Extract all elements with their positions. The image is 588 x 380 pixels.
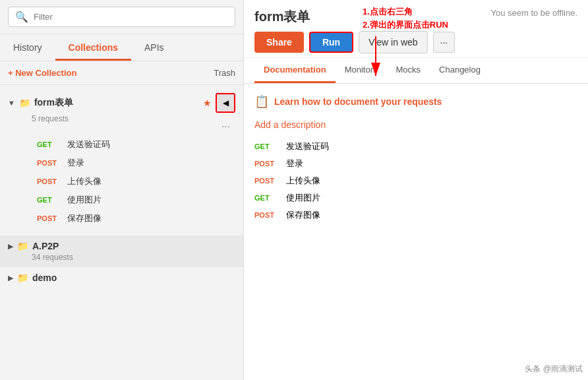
collection-name-demo[interactable]: demo xyxy=(32,272,235,283)
search-input[interactable] xyxy=(34,12,228,22)
request-name[interactable]: 使用图片 xyxy=(67,194,102,206)
request-item[interactable]: POST 上传头像 xyxy=(32,172,235,191)
share-button[interactable]: Share xyxy=(254,32,304,53)
tab-monitors[interactable]: Monitors xyxy=(336,58,387,83)
method-badge-post: POST xyxy=(37,214,61,222)
tab-history[interactable]: History xyxy=(0,34,55,61)
method-badge-post: POST xyxy=(254,177,278,185)
request-name[interactable]: 登录 xyxy=(286,158,303,170)
right-tabs: Documentation Monitors Mocks Changelog xyxy=(244,58,588,84)
annotation-text: 1.点击右三角 2.弹出的界面点击RUN xyxy=(363,5,448,31)
tab-changelog[interactable]: Changelog xyxy=(430,58,490,83)
tab-apis[interactable]: APIs xyxy=(131,34,177,61)
method-badge-post: POST xyxy=(254,211,278,219)
search-bar: 🔍 xyxy=(0,0,243,34)
request-item[interactable]: GET 发送验证码 xyxy=(32,135,235,154)
collection-sub-ap2p: 34 requests xyxy=(32,253,235,262)
request-item[interactable]: GET 使用图片 xyxy=(32,191,235,209)
collection-header-ap2p: ▶ 📁 A.P2P xyxy=(8,241,235,251)
method-badge-get: GET xyxy=(254,194,278,202)
collection-title: form表单 xyxy=(254,8,310,26)
method-badge-post: POST xyxy=(37,177,61,185)
folder-icon-form: 📁 xyxy=(19,98,30,108)
request-name[interactable]: 发送验证码 xyxy=(67,139,110,150)
left-panel: 🔍 History Collections APIs + New Collect… xyxy=(0,0,244,380)
right-header: form表单 1.点击右三角 2.弹出的界面点击RUN You seem to … xyxy=(244,0,588,58)
watermark: 头条 @雨滴测试 xyxy=(525,364,583,375)
collection-header-demo: ▶ 📁 demo xyxy=(8,272,235,283)
requests-list-form: GET 发送验证码 POST 登录 POST 上传头像 GET 使用图片 POS… xyxy=(8,133,235,230)
caret-icon-form[interactable]: ▼ xyxy=(8,99,15,107)
action-buttons: Share Run View in web ··· xyxy=(254,31,577,53)
request-name[interactable]: 登录 xyxy=(67,157,84,169)
right-request-item[interactable]: POST 保存图像 xyxy=(254,209,577,221)
collection-item-form: ▼ 📁 form表单 ★ ◀ 5 requests ··· GET xyxy=(0,88,243,236)
request-item[interactable]: POST 登录 xyxy=(32,154,235,172)
collection-title-row: form表单 1.点击右三角 2.弹出的界面点击RUN You seem to … xyxy=(254,8,577,26)
right-request-item[interactable]: POST 登录 xyxy=(254,158,577,170)
offline-badge: You seem to be offline. xyxy=(490,8,577,18)
request-name[interactable]: 保存图像 xyxy=(286,209,320,221)
actions-row: + New Collection Trash xyxy=(0,61,243,85)
collection-item-demo: ▶ 📁 demo xyxy=(0,267,243,288)
folder-icon-ap2p: 📁 xyxy=(17,241,28,251)
caret-icon-ap2p[interactable]: ▶ xyxy=(8,242,13,251)
method-badge-get: GET xyxy=(254,142,278,150)
view-in-web-button[interactable]: View in web xyxy=(359,31,427,53)
collections-list: ▼ 📁 form表单 ★ ◀ 5 requests ··· GET xyxy=(0,85,243,380)
request-name[interactable]: 使用图片 xyxy=(286,192,320,204)
collection-header-form: ▼ 📁 form表单 ★ ◀ xyxy=(8,93,235,113)
right-requests-list: GET 发送验证码 POST 登录 POST 上传头像 GET 使用图片 POS… xyxy=(254,141,577,221)
method-badge-post: POST xyxy=(254,160,278,168)
request-name[interactable]: 上传头像 xyxy=(67,175,102,187)
learn-link[interactable]: 📋 Learn how to document your requests xyxy=(254,94,577,109)
collection-name-form[interactable]: form表单 xyxy=(34,97,199,109)
star-icon-form[interactable]: ★ xyxy=(203,98,212,108)
run-button[interactable]: Run xyxy=(309,32,353,53)
more-icon-form[interactable]: ··· xyxy=(221,121,230,133)
collection-name-ap2p[interactable]: A.P2P xyxy=(32,241,235,251)
new-collection-button[interactable]: + New Collection xyxy=(8,68,76,78)
folder-icon-demo: 📁 xyxy=(17,272,28,283)
collapse-button[interactable]: ◀ xyxy=(217,94,234,111)
right-content: 📋 Learn how to document your requests Ad… xyxy=(244,84,588,380)
request-name[interactable]: 发送验证码 xyxy=(286,141,329,152)
request-item[interactable]: POST 保存图像 xyxy=(32,209,235,228)
right-request-item[interactable]: GET 发送验证码 xyxy=(254,141,577,152)
caret-icon-demo[interactable]: ▶ xyxy=(8,274,13,282)
method-badge-get: GET xyxy=(37,196,61,204)
search-icon: 🔍 xyxy=(15,11,28,23)
learn-link-text[interactable]: Learn how to document your requests xyxy=(274,96,442,107)
tabs-row: History Collections APIs xyxy=(0,34,243,61)
add-description[interactable]: Add a description xyxy=(254,119,577,130)
doc-icon: 📋 xyxy=(254,94,269,109)
method-badge-post: POST xyxy=(37,159,61,167)
collection-item-ap2p: ▶ 📁 A.P2P 34 requests xyxy=(0,236,243,267)
request-name[interactable]: 上传头像 xyxy=(286,175,320,187)
right-request-item[interactable]: GET 使用图片 xyxy=(254,192,577,204)
tab-documentation[interactable]: Documentation xyxy=(254,58,336,83)
method-badge-get: GET xyxy=(37,141,61,148)
search-input-wrap[interactable]: 🔍 xyxy=(8,7,235,27)
right-panel: form表单 1.点击右三角 2.弹出的界面点击RUN You seem to … xyxy=(244,0,588,380)
trash-button[interactable]: Trash xyxy=(214,68,235,78)
tab-collections[interactable]: Collections xyxy=(55,34,131,61)
right-request-item[interactable]: POST 上传头像 xyxy=(254,175,577,187)
tab-mocks[interactable]: Mocks xyxy=(386,58,430,83)
request-name[interactable]: 保存图像 xyxy=(67,212,102,224)
more-button[interactable]: ··· xyxy=(433,32,456,53)
